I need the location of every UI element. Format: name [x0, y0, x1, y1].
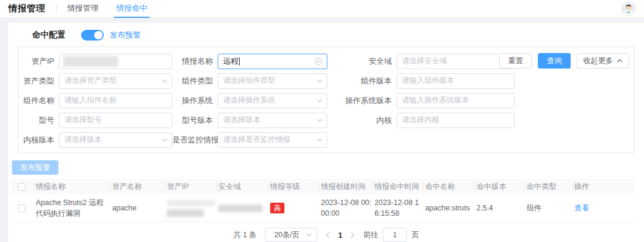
security-domain-cell: [217, 204, 269, 212]
os-version-label: 操作系统版本: [327, 95, 397, 106]
chevron-down-icon: [306, 233, 312, 237]
intel-created-cell: 2023-12-08 00:00:00: [320, 197, 373, 219]
current-page[interactable]: 1: [338, 231, 342, 240]
placeholder-text: 请输入组件名称: [64, 95, 117, 106]
intel-level-cell: 高: [269, 203, 320, 213]
intel-hit-time-cell: 2023-12-08 16:15:58: [373, 197, 424, 219]
intel-name-cell: Apache Struts2 远程代码执行漏洞: [35, 197, 111, 219]
divider: [56, 5, 57, 13]
asset-type-select[interactable]: 请选择资产类型: [59, 73, 172, 89]
redacted-value: [218, 204, 262, 212]
placeholder-text: 请选择内核: [402, 115, 439, 125]
row-checkbox[interactable]: [18, 204, 26, 212]
hit-version-cell: 2.5.4: [475, 203, 525, 213]
chevron-down-icon: [317, 79, 323, 83]
col-security-domain: 安全域: [217, 179, 269, 194]
security-domain-select[interactable]: 请选择安全域: [397, 54, 515, 69]
text-cursor: [239, 57, 240, 66]
intel-name-label: 情报名称: [172, 56, 218, 67]
page-size-select[interactable]: 20条/页: [265, 228, 317, 242]
kernel-input[interactable]: 请选择内核: [397, 113, 515, 128]
search-button[interactable]: 查询: [538, 53, 571, 69]
placeholder-text: 请选择组件类型: [223, 76, 275, 86]
top-navigation-bar: 情报管理 情报管理 情报命中: [0, 0, 644, 18]
redacted-value: [167, 209, 204, 217]
col-intel-level: 情报等级: [269, 179, 320, 194]
intel-name-value: 远程: [223, 56, 239, 67]
asset-ip-cell: [166, 200, 217, 217]
placeholder-text: 请选择是否监控情报: [223, 135, 290, 145]
model-version-select[interactable]: 请选择版本: [218, 113, 327, 128]
placeholder-text: 请输入组件版本: [402, 76, 454, 86]
total-count: 共 1 条: [233, 230, 256, 240]
publish-alert-button[interactable]: 发布预警: [12, 160, 58, 175]
clear-icon[interactable]: [314, 57, 323, 66]
monitor-intel-select[interactable]: 请选择是否监控情报: [218, 132, 327, 148]
model-label: 型号: [22, 115, 59, 126]
component-version-input[interactable]: 请输入组件版本: [397, 73, 515, 89]
action-cell: 查看: [573, 203, 634, 213]
collapse-more-button[interactable]: 收起更多: [577, 53, 629, 69]
intel-name-input[interactable]: 远程: [218, 54, 327, 69]
placeholder-text: 请选择型号: [64, 115, 102, 125]
component-name-input[interactable]: 请输入组件名称: [59, 93, 172, 108]
col-asset-ip: 资产IP: [166, 179, 217, 194]
kernel-version-label: 内核版本: [22, 135, 59, 145]
security-domain-label: 安全域: [327, 56, 397, 67]
asset-ip-label: 资产IP: [22, 56, 59, 67]
component-type-label: 组件类型: [172, 76, 218, 86]
reset-button[interactable]: 重置: [499, 53, 532, 69]
hit-type-cell: 组件: [525, 203, 573, 213]
os-label: 操作系统: [172, 95, 218, 106]
view-link[interactable]: 查看: [574, 204, 589, 212]
redacted-value: [63, 56, 118, 67]
goto-page-group: 前往 1 页: [363, 228, 419, 242]
os-select[interactable]: 请选择操作系统: [218, 93, 327, 108]
avatar-icon: [621, 2, 636, 16]
component-name-label: 组件名称: [22, 95, 59, 106]
page-body: 命中配置 发布预警 资产IP 情报名称 远程 安全域 请选择安全域 资产类型 请…: [0, 18, 644, 242]
chevron-down-icon: [317, 138, 323, 142]
collapse-more-label: 收起更多: [583, 56, 613, 66]
monitor-intel-label: 是否监控情报: [172, 135, 218, 145]
component-version-label: 组件版本: [327, 76, 397, 86]
asset-ip-input[interactable]: [59, 54, 172, 69]
tab-intel-management[interactable]: 情报管理: [67, 0, 98, 18]
placeholder-text: 请选择操作系统: [223, 95, 275, 106]
tab-intel-hit[interactable]: 情报命中: [116, 0, 147, 18]
goto-suffix: 页: [411, 230, 419, 240]
chevron-down-icon: [162, 79, 168, 83]
select-all-checkbox[interactable]: [18, 183, 26, 191]
col-intel-hit-time: 情报命中时间: [373, 179, 424, 194]
toggle-label: 发布预警: [110, 30, 141, 41]
chevron-left-icon: [326, 232, 330, 238]
kernel-version-select[interactable]: 请选择版本: [59, 132, 172, 148]
component-type-select[interactable]: 请选择组件类型: [218, 73, 327, 89]
os-version-input[interactable]: 请输入操作系统版本: [397, 93, 515, 108]
col-hit-version: 命中版本: [475, 179, 525, 194]
placeholder-text: 请选择版本: [223, 115, 261, 125]
next-page-button[interactable]: [351, 232, 355, 238]
model-input[interactable]: 请选择型号: [59, 113, 172, 128]
placeholder-text: 请输入操作系统版本: [402, 95, 469, 106]
publish-alert-toggle[interactable]: [81, 30, 104, 41]
filter-panel: 资产IP 情报名称 远程 安全域 请选择安全域 资产类型 请选择资产类型 组件类…: [18, 46, 634, 153]
prev-page-button[interactable]: [326, 232, 330, 238]
table-row: Apache Struts2 远程代码执行漏洞 apache 高 2023-12…: [12, 194, 634, 222]
placeholder-text: 请选择安全域: [402, 56, 447, 66]
hit-name-cell: apache:struts: [424, 203, 475, 213]
placeholder-text: 请选择资产类型: [64, 76, 117, 86]
col-hit-type: 命中类型: [525, 179, 573, 194]
col-hit-name: 命中名称: [424, 179, 475, 194]
col-intel-created: 情报创建时间: [320, 179, 373, 194]
page-title: 情报管理: [8, 3, 45, 14]
row-select-cell: [12, 204, 35, 212]
asset-name-cell: apache: [111, 203, 166, 213]
redacted-value: [167, 200, 215, 206]
level-badge: 高: [270, 203, 284, 213]
asset-type-label: 资产类型: [22, 76, 59, 86]
user-avatar[interactable]: [621, 2, 636, 16]
col-action: 操作: [573, 179, 634, 194]
hit-config-title: 命中配置: [32, 30, 66, 41]
goto-page-input[interactable]: 1: [383, 228, 407, 242]
